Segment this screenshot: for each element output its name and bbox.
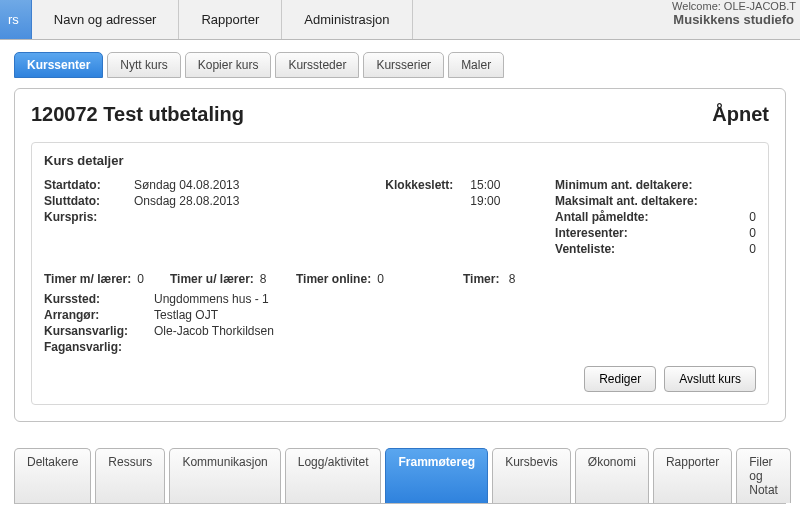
- details-box: Kurs detaljer Startdato:Søndag 04.08.201…: [31, 142, 769, 405]
- place-label: Kurssted:: [44, 292, 154, 306]
- subtab-kopier-kurs[interactable]: Kopier kurs: [185, 52, 272, 78]
- subtab-nytt-kurs[interactable]: Nytt kurs: [107, 52, 180, 78]
- start-value: Søndag 04.08.2013: [134, 178, 377, 192]
- price-value: [134, 210, 377, 224]
- waitlist-value: 0: [726, 242, 756, 256]
- fac-label: Fagansvarlig:: [44, 340, 154, 354]
- hrs-label: Timer:: [463, 272, 499, 286]
- bottomtab-okonomi[interactable]: Økonomi: [575, 448, 649, 503]
- bottomtab-frammotereg[interactable]: Frammøtereg: [385, 448, 488, 503]
- minpart-value: [726, 178, 756, 192]
- maxpart-label: Maksimalt ant. deltakere:: [555, 194, 726, 208]
- edit-button[interactable]: Rediger: [584, 366, 656, 392]
- bottomtab-deltakere[interactable]: Deltakere: [14, 448, 91, 503]
- course-title: 120072 Test utbetaling: [31, 103, 244, 126]
- interested-label: Interesenter:: [555, 226, 726, 240]
- course-panel: 120072 Test utbetaling Åpnet Kurs detalj…: [14, 88, 786, 422]
- mainnav-tab-navn[interactable]: Navn og adresser: [32, 0, 180, 39]
- maxpart-value: [726, 194, 756, 208]
- hrsonline-label: Timer online:: [296, 272, 371, 286]
- subtabs: Kurssenter Nytt kurs Kopier kurs Kursste…: [14, 52, 786, 78]
- bottomtab-rapporter[interactable]: Rapporter: [653, 448, 732, 503]
- bottomtab-kommunikasjon[interactable]: Kommunikasjon: [169, 448, 280, 503]
- bottomtab-kursbevis[interactable]: Kursbevis: [492, 448, 571, 503]
- bottom-tabs: Deltakere Ressurs Kommunikasjon Logg/akt…: [14, 448, 786, 504]
- mainnav-tab-kurs[interactable]: rs: [0, 0, 32, 39]
- resp-label: Kursansvarlig:: [44, 324, 154, 338]
- subtab-maler[interactable]: Maler: [448, 52, 504, 78]
- subtab-kurssenter[interactable]: Kurssenter: [14, 52, 103, 78]
- hrswithout-label: Timer u/ lærer:: [170, 272, 254, 286]
- start-label: Startdato:: [44, 178, 134, 192]
- bottomtab-filer[interactable]: Filer og Notat: [736, 448, 791, 503]
- waitlist-label: Venteliste:: [555, 242, 726, 256]
- hrs-value: 8: [509, 272, 516, 286]
- subtab-kursserier[interactable]: Kursserier: [363, 52, 444, 78]
- details-heading: Kurs detaljer: [44, 153, 756, 168]
- bottomtab-logg[interactable]: Logg/aktivitet: [285, 448, 382, 503]
- mainnav-tab-rapporter[interactable]: Rapporter: [179, 0, 282, 39]
- enrolled-value: 0: [726, 210, 756, 224]
- hrsonline-value: 0: [377, 272, 384, 286]
- time-start: 15:00: [470, 178, 547, 192]
- time-end: 19:00: [470, 194, 547, 208]
- end-value: Onsdag 28.08.2013: [134, 194, 377, 208]
- hrswith-label: Timer m/ lærer:: [44, 272, 131, 286]
- price-label: Kurspris:: [44, 210, 134, 224]
- place-value: Ungdommens hus - 1: [154, 292, 756, 306]
- close-course-button[interactable]: Avslutt kurs: [664, 366, 756, 392]
- subtab-kurssteder[interactable]: Kurssteder: [275, 52, 359, 78]
- resp-value: Ole-Jacob Thorkildsen: [154, 324, 756, 338]
- hrswithout-value: 8: [260, 272, 267, 286]
- minpart-label: Minimum ant. deltakere:: [555, 178, 726, 192]
- enrolled-label: Antall påmeldte:: [555, 210, 726, 224]
- org-value: Testlag OJT: [154, 308, 756, 322]
- course-status: Åpnet: [712, 103, 769, 126]
- bottomtab-ressurs[interactable]: Ressurs: [95, 448, 165, 503]
- org-label: Arrangør:: [44, 308, 154, 322]
- end-label: Sluttdato:: [44, 194, 134, 208]
- hrswith-value: 0: [137, 272, 144, 286]
- fac-value: [154, 340, 756, 354]
- mainnav-tab-admin[interactable]: Administrasjon: [282, 0, 412, 39]
- time-label: Klokkeslett:: [385, 178, 470, 192]
- welcome-text: Welcome: OLE-JACOB.T: [668, 0, 800, 12]
- interested-value: 0: [726, 226, 756, 240]
